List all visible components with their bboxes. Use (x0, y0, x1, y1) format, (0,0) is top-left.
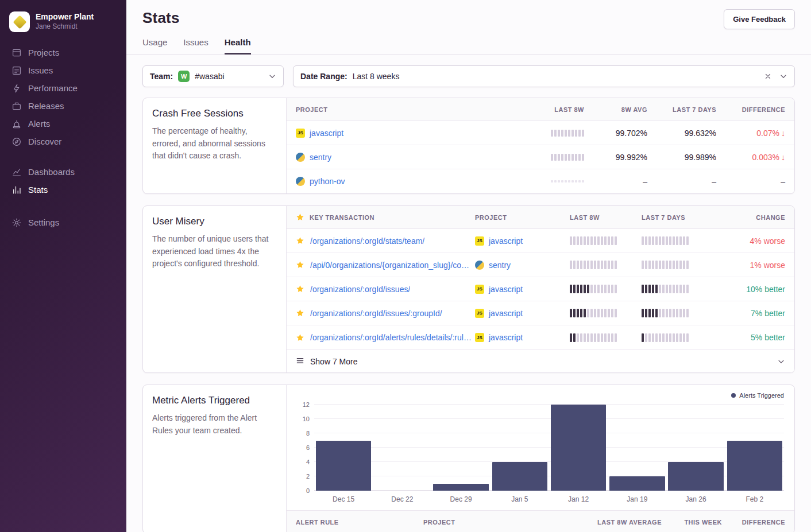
sparkline-bar (558, 154, 560, 161)
sparkline-bar (608, 333, 610, 342)
crash-free-row-sentry: sentry99.992%99.989%0.003%↓ (287, 145, 794, 169)
transaction-link[interactable]: /organizations/:orgId/alerts/rules/detai… (310, 333, 475, 342)
sparkline (642, 309, 689, 317)
sidebar-item-stats[interactable]: Stats (0, 181, 126, 199)
transaction-link[interactable]: /api/0/organizations/{organization_slug}… (310, 261, 475, 270)
sidebar-item-settings[interactable]: Settings (0, 213, 126, 231)
user-misery-row-0: /organizations/:orgId/stats/team/JSjavas… (287, 229, 794, 253)
sparkline (570, 309, 617, 317)
x-tick-label: Dec 29 (432, 495, 491, 503)
crash-free-table-rows: JSjavascript99.702%99.632%0.07%↓sentry99… (287, 121, 794, 193)
sparkline-bar (568, 180, 570, 182)
sparkline-bar (604, 333, 607, 342)
team-value: #wasabi (195, 72, 224, 81)
key-transaction-star-icon[interactable] (296, 309, 304, 317)
project-link[interactable]: javascript (489, 285, 523, 294)
sparkline-bar (683, 309, 685, 317)
javascript-platform-icon: JS (475, 236, 484, 246)
key-transaction-star-icon[interactable] (296, 333, 304, 342)
date-range-value: Last 8 weeks (353, 72, 400, 81)
sparkline-bar (565, 180, 567, 182)
sidebar-item-projects[interactable]: Projects (0, 44, 126, 61)
org-switcher[interactable]: Empower Plant Jane Schmidt (0, 8, 126, 44)
column-header-last-7-days: LAST 7 DAYS (642, 214, 719, 221)
sparkline-bar (608, 236, 610, 245)
sparkline-bar (662, 309, 665, 317)
sparkline-bar (587, 333, 589, 342)
key-transaction-cell: /organizations/:orgId/alerts/rules/detai… (296, 333, 475, 342)
x-tick-label: Jan 26 (667, 495, 725, 503)
sparkline-bar (666, 333, 668, 342)
sidebar-item-performance[interactable]: Performance (0, 79, 126, 97)
sparkline-bar (673, 309, 675, 317)
python-platform-icon (475, 261, 484, 270)
sidebar-item-label: Releases (28, 100, 64, 111)
transaction-link[interactable]: /organizations/:orgId/stats/team/ (310, 236, 424, 246)
tab-health[interactable]: Health (225, 37, 251, 55)
legend-dot-icon (731, 393, 736, 398)
last-8w-cell (570, 261, 642, 269)
project-cell: python-ov (296, 177, 509, 186)
team-select[interactable]: Team: W #wasabi (142, 65, 284, 87)
crash-free-row-python-ov: python-ov––– (287, 169, 794, 193)
clear-date-range-icon[interactable] (764, 72, 772, 80)
project-link[interactable]: python-ov (310, 177, 345, 186)
show-more-button[interactable]: Show 7 More (287, 350, 794, 372)
sparkline (642, 236, 689, 245)
project-link[interactable]: javascript (489, 333, 523, 342)
sidebar-item-label: Stats (28, 184, 48, 195)
tab-usage[interactable]: Usage (142, 37, 167, 55)
date-range-select[interactable]: Date Range: Last 8 weeks (293, 65, 795, 87)
project-link[interactable]: javascript (310, 129, 343, 138)
project-link[interactable]: sentry (310, 153, 331, 162)
user-name: Jane Schmidt (36, 22, 94, 32)
key-transaction-star-icon[interactable] (296, 261, 304, 269)
key-transaction-star-icon[interactable] (296, 236, 304, 245)
last-7-days-cell (642, 285, 719, 293)
sparkline-bar (565, 130, 567, 137)
sparkline-bar (648, 333, 651, 342)
key-transaction-star-icon[interactable] (296, 285, 304, 293)
sidebar-item-releases[interactable]: Releases (0, 97, 126, 115)
last-7-days-cell: – (647, 177, 716, 186)
sparkline-bar (601, 333, 603, 342)
sparkline-bar (601, 285, 603, 293)
panel-title: Crash Free Sessions (152, 108, 277, 119)
give-feedback-button[interactable]: Give Feedback (724, 9, 795, 29)
sidebar-item-issues[interactable]: Issues (0, 61, 126, 79)
difference-cell: 0.07%↓ (716, 129, 785, 138)
sparkline (570, 261, 617, 269)
sparkline-bar (577, 285, 579, 293)
projects-icon (11, 48, 22, 58)
sparkline-bar (683, 285, 685, 293)
org-avatar (9, 11, 30, 32)
tab-issues[interactable]: Issues (183, 37, 208, 55)
sparkline-bar (571, 130, 574, 137)
sparkline-bar (604, 236, 607, 245)
sparkline-bar (666, 309, 668, 317)
transaction-link[interactable]: /organizations/:orgId/issues/ (310, 285, 410, 294)
sparkline-bar (686, 236, 689, 245)
project-link[interactable]: javascript (489, 236, 523, 246)
sparkline-bar (597, 236, 600, 245)
sidebar-item-dashboards[interactable]: Dashboards (0, 163, 126, 181)
last-8w-cell (509, 130, 584, 137)
chevron-down-icon (268, 72, 276, 80)
chart-bar-dec-15 (316, 441, 372, 491)
column-header-alert-rule: ALERT RULE (296, 519, 423, 526)
transaction-link[interactable]: /organizations/:orgId/issues/:groupId/ (310, 309, 442, 318)
difference-cell: 0.003%↓ (716, 153, 785, 162)
sidebar-item-discover[interactable]: Discover (0, 133, 126, 150)
javascript-platform-icon: JS (475, 333, 484, 342)
sidebar-item-alerts[interactable]: Alerts (0, 115, 126, 133)
project-link[interactable]: sentry (489, 261, 511, 270)
sidebar-item-label: Projects (28, 47, 59, 58)
sparkline-bar (679, 261, 682, 269)
sparkline-bar (679, 285, 682, 293)
key-transaction-cell: /organizations/:orgId/stats/team/ (296, 236, 475, 246)
sparkline-bar (584, 309, 586, 317)
project-link[interactable]: javascript (489, 309, 523, 318)
releases-icon (11, 101, 22, 111)
sparkline-bar (584, 261, 586, 269)
app-root: Empower Plant Jane Schmidt ProjectsIssue… (0, 0, 811, 532)
